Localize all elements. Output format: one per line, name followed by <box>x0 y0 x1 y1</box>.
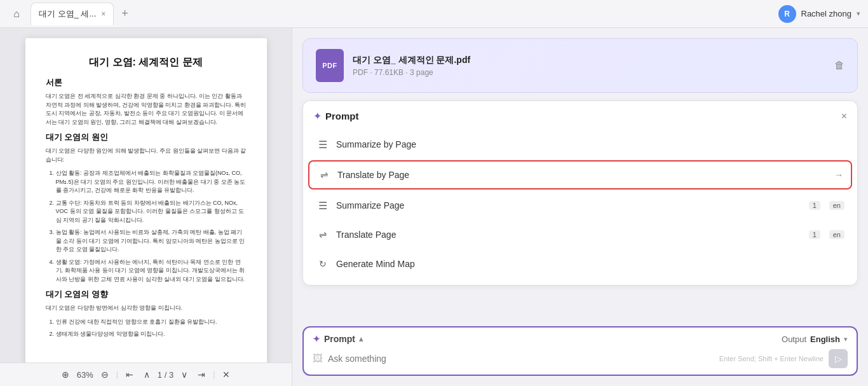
pdf-page-content: 대기 오염: 세계적인 문제 서론 대기 오염은 전 세계적으로 심각한 환경 … <box>25 38 267 362</box>
home-button[interactable]: ⌂ <box>8 5 25 23</box>
prompt-chevron-icon[interactable]: ▴ <box>359 334 363 343</box>
pdf-viewer[interactable]: 대기 오염: 세계적인 문제 서론 대기 오염은 전 세계적으로 심각한 환경 … <box>0 28 292 362</box>
topbar: ⌂ 대기 오염_ 세... × + R Rachel zhong ▾ <box>0 0 868 28</box>
next-page-button[interactable]: ∨ <box>179 368 190 381</box>
ask-input[interactable] <box>328 354 714 364</box>
translate-page-label: Translate Page <box>336 230 800 240</box>
prompt-item-translate-page[interactable]: ⇌ Translate Page 1 en <box>308 221 852 248</box>
list-item: 산업 활동: 공장과 제조업체에서 배출되는 화학물질과 오염물질(NO₂, C… <box>56 169 247 195</box>
prompt-items-list: ☰ Summarize by Page ⇌ Translate by Page … <box>303 128 857 285</box>
tab-title: 대기 오염_ 세... <box>39 8 96 20</box>
file-name: 대기 오염_ 세계적인 문제.pdf <box>353 55 470 66</box>
pdf-section-3: 대기 오염의 영향 <box>46 289 247 300</box>
pdf-section-2: 대기 오염의 원인 <box>46 132 247 143</box>
translate-page-lang: en <box>829 230 844 239</box>
translate-by-page-icon: ⇌ <box>317 168 331 182</box>
mind-map-label: Generate Mind Map <box>336 259 844 269</box>
first-page-button[interactable]: ⇤ <box>123 368 136 381</box>
list-item: 생활 오염: 가정에서 사용하는 에너지, 특히 석탄이나 목재 연소로 인한 … <box>56 258 247 284</box>
pdf-list-2: 인류 건강에 대한 직접적인 영향으로 호흡기 질환을 유발합니다. 생태계와 … <box>46 318 247 339</box>
user-menu-chevron[interactable]: ▾ <box>857 10 860 18</box>
prompt-item-generate-mind-map[interactable]: ↻ Generate Mind Map <box>308 251 852 277</box>
prompt-bottom-bar: ✦ Prompt ▴ Output English ▾ 🖼 Enter Send… <box>302 326 858 376</box>
prompt-bottom-top: ✦ Prompt ▴ Output English ▾ <box>313 334 848 344</box>
active-tab[interactable]: 대기 오염_ 세... × <box>31 3 114 25</box>
prompt-item-translate-by-page[interactable]: ⇌ Translate by Page → <box>308 160 852 190</box>
avatar: R <box>778 5 796 23</box>
file-delete-button[interactable]: 🗑 <box>834 60 844 71</box>
prompt-bottom-label[interactable]: ✦ Prompt ▴ <box>313 334 363 344</box>
translate-page-icon: ⇌ <box>316 228 330 242</box>
list-item: 생태계와 생물다양성에 악영향을 미칩니다. <box>56 330 247 339</box>
summarize-by-page-icon: ☰ <box>316 137 330 151</box>
sparkle-icon: ✦ <box>313 110 322 122</box>
main-content: 대기 오염: 세계적인 문제 서론 대기 오염은 전 세계적으로 심각한 환경 … <box>0 28 868 386</box>
sparkle-small-icon: ✦ <box>313 334 320 344</box>
ask-row: 🖼 Enter Send; Shift + Enter Newline ▷ <box>313 349 848 368</box>
translate-by-page-arrow: → <box>834 170 843 180</box>
prompt-dropdown: ✦ Prompt × ☰ Summarize by Page ⇌ Transla… <box>302 100 858 286</box>
zoom-in-button[interactable]: ⊕ <box>59 368 72 381</box>
output-lang-chevron[interactable]: ▾ <box>844 335 848 343</box>
file-card: PDF 대기 오염_ 세계적인 문제.pdf PDF · 77.61KB · 3… <box>302 38 858 93</box>
list-item: 농업 활동: 농업에서 사용되는 비료와 살충제, 가축의 메탄 배출, 농업 … <box>56 228 247 254</box>
pdf-panel: 대기 오염: 세계적인 문제 서론 대기 오염은 전 세계적으로 심각한 환경 … <box>0 28 292 386</box>
close-viewer-button[interactable]: ✕ <box>220 368 233 381</box>
output-language[interactable]: English <box>810 334 840 344</box>
translate-by-page-label: Translate by Page <box>337 170 828 180</box>
pdf-file-icon: PDF <box>316 49 344 82</box>
pdf-document-title: 대기 오염: 세계적인 문제 <box>46 56 247 69</box>
translate-page-badge: 1 <box>809 230 820 239</box>
list-item: 교통 수단: 자동차와 트럭 등의 차량에서 배출되는 배기가스는 CO, NO… <box>56 199 247 225</box>
prompt-close-button[interactable]: × <box>841 111 847 122</box>
summarize-page-icon: ☰ <box>316 198 330 212</box>
page-indicator: 1 / 3 <box>158 370 173 380</box>
output-section: Output English ▾ <box>782 334 848 344</box>
send-icon: ▷ <box>835 354 842 364</box>
list-item: 인류 건강에 대한 직접적인 영향으로 호흡기 질환을 유발합니다. <box>56 318 247 327</box>
prompt-header: ✦ Prompt × <box>303 101 857 128</box>
file-info: 대기 오염_ 세계적인 문제.pdf PDF · 77.61KB · 3 pag… <box>353 55 470 77</box>
summarize-by-page-label: Summarize by Page <box>336 139 844 149</box>
mind-map-icon: ↻ <box>316 257 330 271</box>
prompt-item-summarize-page[interactable]: ☰ Summarize Page 1 en <box>308 192 852 219</box>
prompt-dropdown-title: Prompt <box>325 111 359 121</box>
send-button[interactable]: ▷ <box>829 349 848 368</box>
new-tab-button[interactable]: + <box>121 7 128 20</box>
prompt-bottom-title: Prompt <box>324 334 355 344</box>
last-page-button[interactable]: ⇥ <box>195 368 208 381</box>
summarize-page-lang: en <box>829 201 844 210</box>
right-panel: PDF 대기 오염_ 세계적인 문제.pdf PDF · 77.61KB · 3… <box>292 28 868 386</box>
pdf-para-3: 대기 오염은 다양한 방면에서 심각한 영향을 미칩니다. <box>46 304 247 313</box>
summarize-page-label: Summarize Page <box>336 200 800 210</box>
image-icon: 🖼 <box>313 353 323 364</box>
pdf-toolbar: ⊕ 63% ⊖ | ⇤ ∧ 1 / 3 ∨ ⇥ | ✕ <box>0 362 292 386</box>
zoom-level: 63% <box>77 370 93 380</box>
output-label: Output <box>782 334 806 344</box>
enter-hint: Enter Send; Shift + Enter Newline <box>719 355 824 362</box>
zoom-out-button[interactable]: ⊖ <box>98 368 111 381</box>
pdf-list-1: 산업 활동: 공장과 제조업체에서 배출되는 화학물질과 오염물질(NO₂, C… <box>46 169 247 284</box>
prev-page-button[interactable]: ∧ <box>141 368 153 381</box>
tab-close-button[interactable]: × <box>101 10 105 18</box>
summarize-page-badge: 1 <box>809 201 820 210</box>
file-meta: PDF · 77.61KB · 3 page <box>353 68 470 77</box>
pdf-para-1: 대기 오염은 전 세계적으로 심각한 환경 문제 중 하나입니다. 이는 인간 … <box>46 92 247 127</box>
home-icon: ⌂ <box>13 8 20 20</box>
pdf-section-1: 서론 <box>46 77 247 88</box>
prompt-item-summarize-by-page[interactable]: ☰ Summarize by Page <box>308 131 852 158</box>
user-name: Rachel zhong <box>801 9 852 18</box>
pdf-para-2: 대기 오염은 다양한 원인에 의해 발생합니다. 주요 원인들을 살펴보면 다음… <box>46 147 247 164</box>
topbar-right: R Rachel zhong ▾ <box>778 5 861 23</box>
